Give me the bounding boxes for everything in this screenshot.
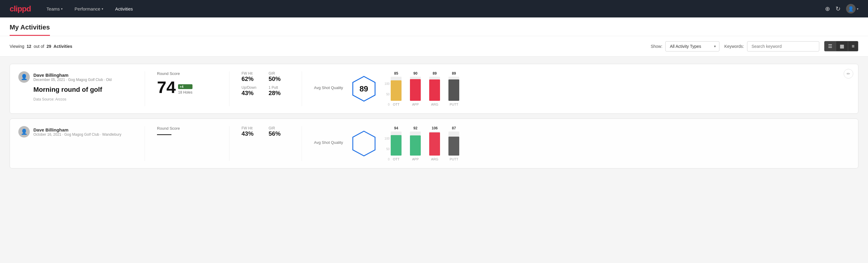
navbar: clippd Teams ▾ Performance ▾ Activities … [0,0,868,18]
activity-type-select[interactable]: All Activity Types [665,41,719,52]
show-label: Show: [651,44,662,49]
score-number: 74 [157,79,176,96]
bar-group: 89PUTT [448,71,459,106]
score-badge: +4 [178,84,192,89]
stats-section: FW Hit 62% GIR 50% Up/Down 43% 1 Putt 28… [242,71,290,96]
fw-hit-stat: FW Hit 62% [242,71,262,83]
bar-group: 85OTT [391,71,402,106]
fw-hit-value: 43% [242,130,262,137]
nav-performance[interactable]: Performance ▾ [73,0,104,18]
activity-card: 👤 Dave Billingham October 16, 2021 · Gog… [10,119,858,169]
bar-value: 89 [433,71,437,76]
updown-label: Up/Down [242,85,262,90]
quality-hex: 89 [350,75,377,102]
bar-label: OTT [393,103,399,106]
edit-button[interactable]: ✏ [844,69,853,79]
bar-fill [391,135,402,155]
fw-hit-value: 62% [242,76,262,83]
bar-value: 92 [413,126,417,130]
round-score-section: Round Score [157,126,217,135]
viewing-count-text: Viewing 12 out of 29 Activities [10,44,646,49]
hex-score: 89 [360,84,368,94]
viewing-middle: out of [34,44,44,49]
logo[interactable]: clippd [10,4,31,13]
bar-chart: 100 50 0 94OTT92APP106ARG87PUTT [385,126,460,161]
refresh-icon[interactable]: ↻ [836,5,841,12]
nav-teams[interactable]: Teams ▾ [45,0,64,18]
one-putt-stat: 1 Putt 28% [269,85,290,96]
card-left: 👤 Dave Billingham October 16, 2021 · Gog… [18,126,133,141]
grid-view-button[interactable]: ▦ [836,41,848,51]
svg-marker-1 [353,131,375,156]
divider [229,71,229,106]
activities-list: ✏ 👤 Dave Billingham December 05, 2021 · … [0,57,868,176]
divider [229,126,229,161]
add-icon[interactable]: ⊕ [825,5,830,12]
bar-fill [448,80,459,101]
chevron-down-icon: ▾ [102,7,103,10]
score-display [157,134,217,135]
gir-value: 50% [269,76,290,83]
activity-type-wrapper: All Activity Types [665,41,719,52]
fw-hit-label: FW Hit [242,71,262,76]
bar-fill [391,80,402,101]
bar-container [448,77,459,101]
user-menu[interactable]: 👤 ▾ [846,4,858,13]
bars: 94OTT92APP106ARG87PUTT [391,126,459,161]
stats-grid: FW Hit 62% GIR 50% Up/Down 43% 1 Putt 28… [242,71,290,96]
one-putt-label: 1 Putt [269,85,290,90]
quality-section: Avg Shot Quality 89 100 50 0 85OTT90APP8… [314,71,850,106]
bar-value: 94 [394,126,398,130]
bar-value: 106 [432,126,438,130]
bar-value: 90 [413,71,417,76]
bar-group: 94OTT [391,126,402,161]
quality-section: Avg Shot Quality 100 50 0 94OTT92APP106A… [314,126,850,161]
fw-hit-stat: FW Hit 43% [242,126,262,137]
nav-performance-label: Performance [74,6,100,11]
list-view-button[interactable]: ☰ [825,41,836,51]
score-line [157,134,172,135]
user-date: December 05, 2021 · Gog Magog Golf Club … [33,78,112,82]
compact-view-button[interactable]: ≡ [848,41,858,51]
y-axis: 100 50 0 [385,137,390,161]
user-info: Dave Billingham October 16, 2021 · Gog M… [33,127,121,137]
bars: 85OTT90APP89ARG89PUTT [391,71,459,106]
user-name: Dave Billingham [33,127,121,133]
nav-teams-label: Teams [46,6,60,11]
y-label-100: 100 [385,137,390,140]
score-holes: 18 Holes [178,90,192,94]
bar-container [410,77,421,101]
score-meta: +4 18 Holes [178,84,192,96]
viewing-count: 12 [27,44,32,49]
divider [302,71,302,106]
y-label-50: 50 [386,147,390,151]
updown-stat: Up/Down 43% [242,85,262,96]
filter-bar: Viewing 12 out of 29 Activities Show: Al… [0,36,868,57]
hex-svg [350,130,377,157]
bar-container [410,132,421,155]
search-input[interactable] [747,41,819,52]
updown-value: 43% [242,90,262,96]
bar-label: APP [412,157,418,161]
bar-chart: 100 50 0 85OTT90APP89ARG89PUTT [385,71,460,106]
round-score-label: Round Score [157,126,217,130]
bar-label: APP [412,103,418,106]
bar-container [448,132,459,155]
data-source: Data Source: Arccos [18,97,133,101]
bar-fill [429,80,440,101]
bar-group: 87PUTT [448,126,459,161]
bar-label: ARG [431,157,438,161]
fw-hit-label: FW Hit [242,126,262,130]
viewing-total: 29 [46,44,52,49]
avatar: 👤 [18,71,30,83]
divider [145,126,145,161]
bar-label: PUTT [450,103,458,106]
keywords-filter: Keywords: [724,41,819,52]
user-row: 👤 Dave Billingham October 16, 2021 · Gog… [18,126,133,138]
bar-group: 106ARG [429,126,440,161]
view-toggles: ☰ ▦ ≡ [824,41,858,52]
nav-right: ⊕ ↻ 👤 ▾ [825,4,858,13]
nav-activities[interactable]: Activities [114,0,134,18]
y-label-0: 0 [388,158,390,161]
bar-container [391,77,402,101]
